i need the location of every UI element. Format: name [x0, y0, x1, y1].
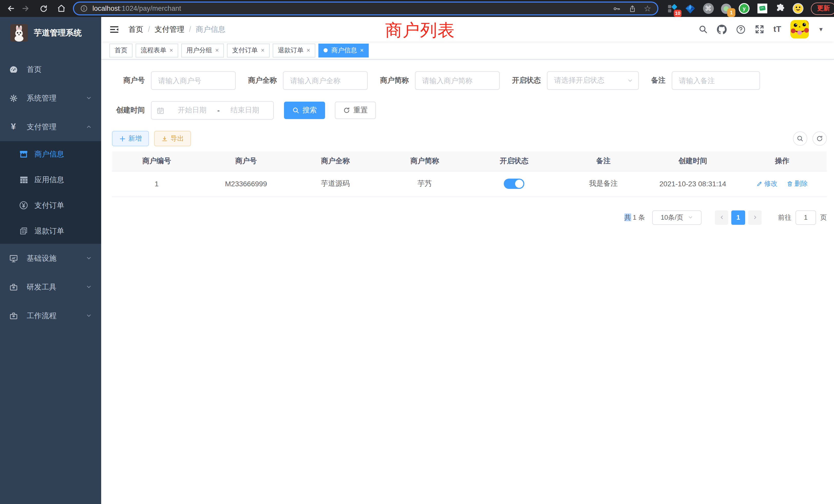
sidebar-item-home[interactable]: 首页 — [0, 55, 101, 84]
tab-process-form[interactable]: 流程表单× — [136, 43, 178, 57]
pagination-total: 共 1 条 — [624, 213, 645, 222]
edit-link-label: 修改 — [764, 179, 777, 188]
edit-link[interactable]: 修改 — [756, 179, 777, 188]
browser-reload-icon[interactable] — [38, 3, 49, 14]
status-select[interactable]: 请选择开启状态 — [547, 71, 639, 90]
calendar-icon — [157, 107, 164, 114]
page-suffix-label: 页 — [820, 213, 827, 222]
chevron-up-icon — [86, 124, 92, 130]
chrome-update-button[interactable]: 更新 — [811, 2, 834, 15]
app-logo-rabbit — [10, 24, 28, 42]
command-glyph: ⌘ — [703, 3, 714, 14]
tab-close-icon[interactable]: × — [360, 47, 364, 54]
merchant-no-input[interactable] — [151, 71, 236, 90]
delete-link-label: 删除 — [794, 179, 808, 188]
sidebar-item-infra[interactable]: 基础设施 — [0, 244, 101, 273]
sidebar-item-label: 支付订单 — [35, 201, 64, 210]
chevron-down-icon — [86, 255, 92, 261]
reset-button[interactable]: 重置 — [335, 101, 376, 119]
filter-row-1: 商户号 商户全称 商户简称 开启状态 请选择开启状态 — [112, 71, 827, 90]
table-header-row: 商户编号 商户号 商户全称 商户简称 开启状态 备注 创建时间 操作 — [112, 152, 827, 171]
sidebar-item-app-info[interactable]: 应用信息 — [0, 167, 101, 192]
extension-recorder-icon[interactable]: 1 — [721, 3, 732, 14]
sidebar-item-label: 工作流程 — [27, 311, 57, 321]
col-create-time: 创建时间 — [648, 152, 738, 171]
tab-close-icon[interactable]: × — [261, 47, 264, 54]
create-time-range-picker[interactable]: 开始日期 - 结束日期 — [151, 101, 274, 120]
tab-close-icon[interactable]: × — [307, 47, 310, 54]
sidebar-collapse-icon[interactable] — [109, 24, 119, 34]
sidebar-item-refund-order[interactable]: 退款订单 — [0, 218, 101, 244]
bookmark-star-icon[interactable]: ☆ — [644, 4, 651, 13]
dashboard-icon — [9, 65, 18, 74]
export-button[interactable]: 导出 — [154, 131, 191, 146]
fullscreen-icon[interactable] — [755, 25, 764, 34]
sidebar-item-pay[interactable]: ¥ 支付管理 — [0, 112, 101, 141]
help-icon[interactable] — [736, 24, 746, 34]
browser-forward-icon[interactable] — [20, 3, 31, 14]
profile-emoji-icon[interactable] — [792, 3, 804, 14]
briefcase-icon — [9, 311, 18, 320]
sidebar-item-system[interactable]: 系统管理 — [0, 84, 101, 112]
page-size-select[interactable]: 10条/页 — [652, 210, 702, 225]
tab-close-icon[interactable]: × — [170, 47, 173, 54]
password-key-icon[interactable] — [612, 4, 621, 13]
sidebar-logo-row[interactable]: 芋道管理系统 — [0, 17, 101, 42]
sidebar-item-merchant-info[interactable]: 商户信息 — [0, 141, 101, 167]
extension-yuque-icon[interactable]: y — [739, 3, 750, 14]
breadcrumb-home[interactable]: 首页 — [128, 24, 143, 34]
sidebar-item-pay-order[interactable]: 支付订单 — [0, 192, 101, 218]
next-page-button[interactable] — [748, 210, 762, 225]
content: 商户号 商户全称 商户简称 开启状态 请选择开启状态 — [101, 60, 834, 504]
user-avatar[interactable] — [790, 20, 809, 39]
col-short-name: 商户简称 — [380, 152, 469, 171]
sidebar-item-workflow[interactable]: 工作流程 — [0, 301, 101, 330]
sidebar-item-dev-tools[interactable]: 研发工具 — [0, 273, 101, 301]
tab-merchant-info[interactable]: 商户信息× — [319, 43, 369, 57]
extension-sidekick-icon[interactable]: 10 — [666, 3, 678, 14]
github-icon[interactable] — [717, 24, 727, 34]
remark-input[interactable] — [672, 71, 760, 90]
search-button[interactable]: 搜索 — [284, 101, 325, 119]
tab-user-group[interactable]: 用户分组× — [181, 43, 224, 57]
status-toggle[interactable] — [504, 179, 524, 189]
breadcrumb-pay[interactable]: 支付管理 — [155, 24, 184, 34]
tab-home[interactable]: 首页 — [109, 43, 132, 57]
tab-label: 用户分组 — [186, 46, 212, 55]
extensions-puzzle-icon[interactable] — [774, 3, 786, 14]
add-button[interactable]: 新增 — [112, 131, 149, 146]
sidebar-menu: 首页 系统管理 ¥ 支付管理 — [0, 55, 101, 330]
avatar-caret-icon[interactable]: ▼ — [818, 26, 824, 32]
export-button-label: 导出 — [171, 134, 184, 143]
tab-refund-order[interactable]: 退款订单× — [273, 43, 315, 57]
tab-pay-order[interactable]: 支付订单× — [227, 43, 270, 57]
extension-gem-icon[interactable] — [684, 3, 696, 14]
reset-button-label: 重置 — [353, 106, 368, 115]
tags-view: 首页 流程表单× 用户分组× 支付订单× 退款订单× 商户信息× — [101, 42, 834, 60]
show-search-toggle-button[interactable] — [793, 131, 807, 146]
goto-page-input[interactable] — [795, 210, 816, 225]
short-name-input[interactable] — [415, 71, 500, 90]
delete-link[interactable]: 删除 — [787, 179, 808, 188]
page-number-1[interactable]: 1 — [731, 210, 745, 225]
refresh-table-button[interactable] — [812, 131, 827, 146]
share-icon[interactable] — [628, 4, 636, 13]
total-suffix: 条 — [638, 213, 645, 221]
header-search-icon[interactable] — [698, 25, 708, 34]
sidebar-item-label: 系统管理 — [27, 93, 57, 103]
browser-back-icon[interactable] — [5, 3, 17, 14]
chevron-down-icon — [86, 313, 92, 319]
site-info-icon[interactable] — [80, 5, 88, 12]
breadcrumb-separator: / — [189, 25, 191, 33]
browser-home-icon[interactable] — [56, 3, 67, 14]
extension-chat-icon[interactable] — [756, 3, 768, 14]
chevron-down-icon — [86, 284, 92, 290]
extension-command-icon[interactable]: ⌘ — [703, 3, 714, 14]
full-name-input[interactable] — [283, 71, 368, 90]
font-size-icon[interactable]: tT — [773, 25, 781, 34]
tab-label: 首页 — [114, 46, 127, 55]
prev-page-button[interactable] — [715, 210, 728, 225]
chevron-down-icon — [86, 95, 92, 101]
tab-close-icon[interactable]: × — [215, 47, 219, 54]
address-bar[interactable]: localhost:1024/pay/merchant ☆ — [73, 2, 658, 16]
